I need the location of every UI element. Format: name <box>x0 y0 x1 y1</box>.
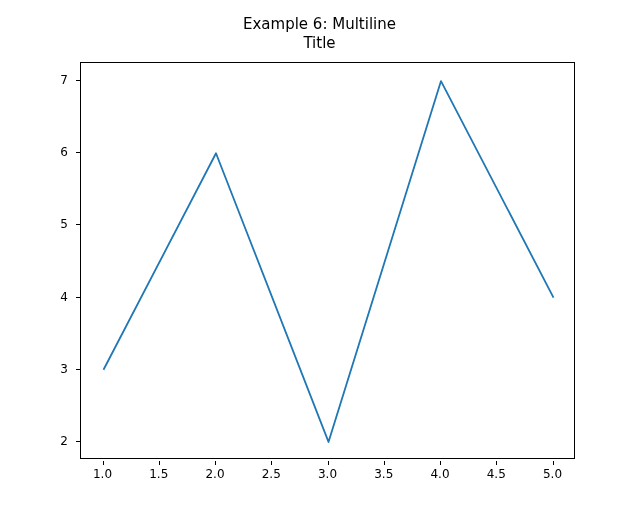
series-path <box>104 81 554 442</box>
y-tick-label: 7 <box>60 73 68 87</box>
chart-title-line2: Title <box>0 34 639 53</box>
chart-title: Example 6: Multiline Title <box>0 15 639 53</box>
y-tick-mark <box>76 80 80 81</box>
x-tick-mark <box>215 461 216 465</box>
x-tick-label: 2.5 <box>262 467 281 481</box>
y-tick-mark <box>76 297 80 298</box>
y-tick-label: 3 <box>60 362 68 376</box>
y-tick-label: 4 <box>60 290 68 304</box>
x-tick-mark <box>496 461 497 465</box>
x-tick-mark <box>328 461 329 465</box>
x-tick-mark <box>440 461 441 465</box>
x-tick-mark <box>159 461 160 465</box>
x-axis-ticks: 1.01.52.02.53.03.54.04.55.0 <box>80 461 575 481</box>
x-tick-label: 1.0 <box>93 467 112 481</box>
y-tick-mark <box>76 152 80 153</box>
x-tick-mark <box>103 461 104 465</box>
x-tick-label: 3.0 <box>318 467 337 481</box>
y-tick-mark <box>76 441 80 442</box>
x-tick-mark <box>553 461 554 465</box>
y-axis-ticks: 234567 <box>0 62 80 459</box>
y-tick-mark <box>76 369 80 370</box>
y-tick-label: 5 <box>60 217 68 231</box>
plot-area <box>80 62 575 459</box>
x-tick-label: 1.5 <box>149 467 168 481</box>
x-tick-label: 5.0 <box>543 467 562 481</box>
y-tick-mark <box>76 224 80 225</box>
x-tick-label: 2.0 <box>205 467 224 481</box>
x-tick-label: 4.5 <box>487 467 506 481</box>
y-tick-label: 2 <box>60 434 68 448</box>
x-tick-mark <box>271 461 272 465</box>
y-tick-label: 6 <box>60 145 68 159</box>
x-tick-mark <box>384 461 385 465</box>
x-tick-label: 3.5 <box>374 467 393 481</box>
line-series <box>81 63 576 460</box>
x-tick-label: 4.0 <box>430 467 449 481</box>
chart-title-line1: Example 6: Multiline <box>0 15 639 34</box>
